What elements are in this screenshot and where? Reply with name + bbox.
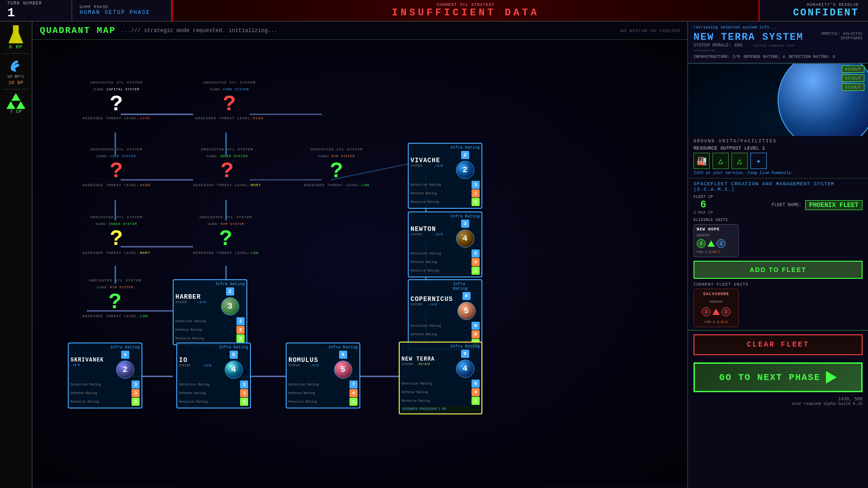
svg-marker-0 (9, 25, 23, 43)
threat-label: ASSESSED THREAT LEVEL:HIGH (195, 116, 264, 120)
cp-icon (6, 93, 25, 109)
system-details: INFRASTRUCTURE: 2/9 DEFENSE RATING: 4 DE… (693, 55, 863, 59)
add-to-fleet-button[interactable]: ADD TO FLEET (693, 261, 863, 279)
threat-value: LOW (251, 251, 259, 255)
unscouted-class-label: CLASS: CAPITAL SYSTEM (90, 84, 142, 93)
romulus-header: ROMULUS SYSTEM -/0/0 Infra Rating 5 5 (288, 345, 358, 379)
unscouted-capital[interactable]: UNSCOUTED XYL SYSTEM CLASS: CAPITAL SYST… (82, 80, 151, 120)
unscouted-rim-mid[interactable]: UNSCOUTED XYL SYSTEM CLASS: RIM SYSTEM ?… (304, 147, 369, 187)
unscouted-header: UNSCOUTED XYL SYSTEM CLASS: CAPITAL SYST… (90, 80, 142, 93)
scams-title: SPACEFLEET CREATION AND MANAGEMENT SYSTE… (693, 181, 863, 192)
unscouted-xyl-label: UNSCOUTED XYL SYSTEM (90, 147, 142, 151)
build-label: star requiem alpha build 0.25 (693, 402, 863, 406)
map-header: QUADRANT MAP .../// strategic mode reque… (33, 22, 687, 40)
divider2 (2, 89, 29, 89)
unscouted-header: UNSCOUTED XYL SYSTEM CLASS: INNER SYSTEM (201, 147, 253, 160)
salvadore-hp-val: 2/3/2 (717, 320, 728, 324)
romulus-stats: Detection Rating 7 Defense Rating 4 Reso… (288, 380, 358, 406)
frg-val: 3 (705, 250, 707, 254)
unit-card-salvadore[interactable]: SALVADORE WARSHIP 3 2 FRG 6 2/3/2 (693, 289, 739, 327)
romulus-defense: Defense Rating 4 (288, 389, 358, 397)
game-phase-value: HUMAN SETUP PHASE (80, 9, 164, 16)
newton-resource: Resource Rating 1 (410, 267, 480, 275)
scout-button-1[interactable]: SCOUT (842, 66, 865, 73)
unit-frg-row: FRG 3 2/8/7 (697, 250, 736, 254)
unscouted-header: UNSCOUTED XYL SYSTEM CLASS: CORE SYSTEM (90, 147, 142, 160)
harber-defense: Defense Rating 2 (175, 326, 245, 334)
unscouted-core-mid[interactable]: UNSCOUTED XYL SYSTEM CLASS: CORE SYSTEM … (82, 147, 151, 187)
unit-stat1: 2 (697, 239, 706, 248)
infra-detail: INFRASTRUCTURE: 2/9 (693, 55, 740, 59)
unit-icon-4: ✦ (750, 153, 767, 169)
arm-svg (8, 57, 24, 74)
system-skrivanek[interactable]: SKRIVANEK -/0/0 Infra Rating 4 2 Detecti… (68, 343, 142, 408)
unscouted-inner-mid[interactable]: UNSCOUTED XYL SYSTEM CLASS: INNER SYSTEM… (193, 147, 261, 187)
salvadore-name: SALVADORE (703, 292, 729, 296)
copernicus-right: Infra Rating 8 5 (453, 282, 480, 320)
system-copernicus[interactable]: COPERNICUS SYSTEM -/0/0 Infra Rating 8 5… (408, 279, 482, 350)
salvadore-stats: 3 2 (702, 307, 731, 316)
flask-icon-container (7, 25, 25, 43)
newterra-name: NEW TERRA (401, 356, 435, 362)
scout-button-3[interactable]: SCOUT (842, 84, 865, 91)
unscouted-xyl-label: UNSCOUTED XYL SYSTEM (200, 215, 252, 219)
unit-icon-2: △ (712, 153, 729, 169)
harber-name: HARBER (175, 293, 206, 300)
newton-infra: Infra Rating (450, 214, 480, 219)
skrivanek-stats: Detection Rating 3 Defense Rating 3 Reso… (71, 380, 140, 406)
eligible-label: ELIGIBLE UNITS (693, 218, 863, 222)
salvadore-frg-row: FRG 6 2/3/2 (704, 320, 727, 324)
class-name: CORE SYSTEM (223, 88, 249, 91)
vivache-right: Infra Rating 2 2 (450, 145, 480, 179)
unscouted-core-top[interactable]: UNSCOUTED XYL SYSTEM CLASS: CORE SYSTEM … (195, 80, 264, 120)
vivache-detect: Detection Rating 3 (410, 181, 480, 189)
resolve-label: HUMANITY'S RESOLVE (807, 3, 859, 7)
bp-rate-label: ≤0 BP/t (7, 75, 24, 79)
unscouted-header: UNSCOUTED XYL SYSTEM CLASS: CORE SYSTEM (203, 80, 255, 93)
unscouted-header: UNSCOUTED XYL SYSTEM CLASS: RIM SYSTEM (200, 215, 252, 227)
fleet-row: FLEET CP 6 2 MAX CP FLEET NAME: PHOENIX … (693, 195, 863, 215)
system-harber[interactable]: HARBER SYSTEM -/0/0 Infra Rating 2 3 Det… (173, 279, 247, 345)
next-phase-button[interactable]: GO TO NEXT PHASE (693, 362, 863, 392)
scout-button-2[interactable]: SCOUT (842, 75, 865, 82)
threat-value: LOW (140, 314, 148, 318)
unscouted-class-label: CLASS: INNER SYSTEM (201, 151, 253, 160)
system-io[interactable]: IO SYSTEM -/0/0 Infra Rating 5 4 Detecti… (176, 343, 251, 408)
io-header: IO SYSTEM -/0/0 Infra Rating 5 4 (179, 345, 248, 379)
unscouted-xyl-label: UNSCOUTED XYL SYSTEM (90, 215, 142, 219)
skrivanek-planet: 2 (116, 361, 134, 379)
system-newton[interactable]: NEWTON SYSTEM -/0/0 Infra Rating 3 4 Det… (408, 211, 482, 277)
flask-resource: 0 RP (7, 25, 25, 50)
clear-fleet-button[interactable]: CLEAR FLEET (693, 334, 863, 355)
unscouted-xyl-label: UNSCOUTED XYL SYSTEM (90, 80, 142, 84)
fleet-cp-block: FLEET CP 6 2 MAX CP (693, 195, 713, 215)
left-panel: 0 RP ≤0 BP/t 10 BP 7 CP (0, 22, 33, 488)
map-canvas[interactable]: UNSCOUTED XYL SYSTEM CLASS: CAPITAL SYST… (33, 40, 687, 484)
skrivanek-name: SKRIVANEK (71, 357, 104, 363)
defense-detail: DEFENSE RATING: 4 (744, 55, 785, 59)
xyl-symbol: ? (110, 160, 123, 182)
system-romulus[interactable]: ROMULUS SYSTEM -/0/0 Infra Rating 5 5 De… (286, 343, 360, 408)
class-name: INNER SYSTEM (220, 155, 248, 158)
turn-block: TURN NUMBER 1 (0, 0, 72, 21)
system-name-large: NEW TERRA SYSTEM (693, 32, 804, 43)
newterra-tag: SYSTEM SY/3/0 (401, 362, 435, 366)
unscouted-header: UNSCOUTED XYL SYSTEM CLASS: RIM SYSTEM (311, 147, 363, 160)
game-phase-block: GAME PHASE HUMAN SETUP PHASE (72, 0, 172, 21)
top-bar: TURN NUMBER 1 GAME PHASE HUMAN SETUP PHA… (0, 0, 868, 22)
threat-label: ASSESSED THREAT LEVEL:LOW (193, 251, 259, 255)
unit-card-newhope[interactable]: NEW HOPE WARSHIP 2 2 FRG 3 2/8/7 (693, 224, 739, 257)
retrieving-text: retrieving selected system info.... (693, 25, 863, 30)
unit-icon-3: △ (731, 153, 748, 169)
unscouted-rim-row4[interactable]: UNSCOUTED XYL SYSTEM CLASS: RIM SYSTEM ?… (82, 278, 148, 318)
skrivanek-right: Infra Rating 4 2 (110, 345, 140, 379)
unscouted-rim-row3[interactable]: UNSCOUTED XYL SYSTEM CLASS: RIM SYSTEM ?… (193, 215, 259, 255)
fleet-name-block: FLEET NAME: PHOENIX FLEET (772, 200, 863, 210)
arm-icon (8, 57, 24, 74)
system-vivache[interactable]: VIVACHE SYSTEM -/0/0 Infra Rating 2 2 De… (408, 143, 482, 209)
unscouted-class-label: CLASS: CORE SYSTEM (203, 84, 255, 93)
unscouted-inner-row3[interactable]: UNSCOUTED XYL SYSTEM CLASS: INNER SYSTEM… (82, 215, 151, 255)
vivache-infra: Infra Rating (450, 145, 480, 150)
newterra-infra: Infra Rating (450, 344, 480, 349)
system-newterra[interactable]: NEW TERRA SYSTEM SY/3/0 Infra Rating 9 4… (399, 342, 482, 414)
